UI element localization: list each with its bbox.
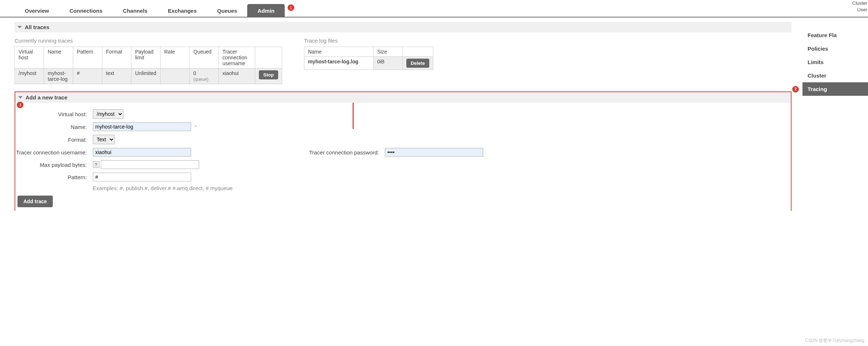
cell-format: text [102,68,131,84]
annotation-badge-2: 2 [792,86,799,93]
cell-pattern: # [73,68,102,84]
col-format: Format [102,47,131,68]
tab-connections[interactable]: Connections [59,4,113,17]
queued-sub: (queue) [193,77,208,82]
annotation-badge-3: 3 [17,102,23,108]
pattern-examples: Examples: #, publish.#, deliver.# #.amq.… [91,184,235,193]
log-files-table: Name Size myhost-tarce-log.log 0iB Delet… [304,47,433,70]
section-all-traces[interactable]: All traces [15,22,792,32]
queued-value: 0 [193,70,196,76]
side-tracing[interactable]: 2 Tracing [802,82,868,96]
cell-vhost: /myhost [15,68,44,84]
stop-button[interactable]: Stop [259,70,278,79]
side-policies[interactable]: Policies [802,42,868,55]
side-limits[interactable]: Limits [802,55,868,69]
col-action [255,47,282,68]
cell-tracer-user: xiaohui [219,68,255,84]
label-name: Name: [16,121,90,133]
add-trace-panel: 3 Add a new trace Virtual host: /myhost … [15,91,792,211]
side-tracing-label: Tracing [808,86,827,92]
col-tracer-user: Tracer connection username [219,47,255,68]
label-format: Format: [16,133,90,146]
col-name: Name [44,47,73,68]
name-input[interactable] [93,122,191,131]
col-log-name: Name [304,47,373,57]
top-nav: Overview Connections Channels Exchanges … [0,0,868,17]
add-trace-button[interactable]: Add trace [17,196,53,207]
add-trace-form-left: Virtual host: /myhost Name: * Forma [15,107,236,193]
log-name[interactable]: myhost-tarce-log.log [304,57,373,70]
col-pattern: Pattern [73,47,102,68]
format-select[interactable]: Text [93,135,115,144]
user-label: User [852,7,867,13]
section-add-trace[interactable]: Add a new trace [15,92,791,103]
col-log-size: Size [373,47,402,57]
cluster-label: Cluster [852,0,867,7]
cell-payload: Unlimited [131,68,161,84]
side-nav: Feature Fla Policies Limits Cluster 2 Tr… [802,17,868,96]
tracer-user-input[interactable] [93,148,191,157]
section-add-trace-title: Add a new trace [25,94,67,101]
label-pattern: Pattern: [16,171,90,183]
log-row: myhost-tarce-log.log 0iB Delete [304,57,433,70]
header-right: Cluster User [852,0,868,13]
help-icon[interactable]: ? [93,161,99,168]
side-cluster[interactable]: Cluster [802,69,868,82]
tab-channels[interactable]: Channels [113,4,158,17]
max-payload-input[interactable] [101,160,199,169]
label-tracer-user: Tracer connection username: [16,146,90,158]
cell-rate [161,68,190,84]
tab-exchanges[interactable]: Exchanges [158,4,207,17]
tracer-pass-input[interactable] [385,148,483,157]
cell-action: Stop [255,68,282,84]
log-action: Delete [402,57,433,70]
annotation-badge-1: 1 [288,4,294,11]
tab-overview[interactable]: Overview [15,4,59,17]
section-all-traces-title: All traces [25,24,50,30]
cell-name: myhost-tarce-log [44,68,73,84]
vhost-select[interactable]: /myhost [93,109,123,119]
running-traces-title: Currently running traces [15,38,282,44]
pattern-input[interactable] [93,173,191,181]
label-tracer-pass: Tracer connection password: [309,146,382,158]
side-feature-flags[interactable]: Feature Fla [802,28,868,42]
main-content: All traces Currently running traces Virt… [0,17,802,211]
label-vhost: Virtual host: [16,108,90,120]
delete-button[interactable]: Delete [406,59,429,68]
log-files-title: Trace log files [304,38,433,44]
cell-queued: 0 (queue) [190,68,219,84]
chevron-down-icon [18,96,23,99]
tab-queues[interactable]: Queues [207,4,247,17]
col-queued: Queued [190,47,219,68]
add-trace-form-right: Tracer connection password: [308,146,486,159]
col-vhost: Virtual host [15,47,44,68]
chevron-down-icon [17,26,22,28]
col-log-action [402,47,433,57]
col-rate: Rate [161,47,190,68]
label-max-payload: Max payload bytes: [16,159,90,170]
col-payload: Payload limit [131,47,161,68]
tab-admin[interactable]: Admin [247,4,285,17]
running-traces-table: Virtual host Name Pattern Format Payload… [15,47,282,84]
log-size: 0iB [373,57,402,70]
trace-row: /myhost myhost-tarce-log # text Unlimite… [15,68,282,84]
mandatory-marker: * [195,123,197,130]
